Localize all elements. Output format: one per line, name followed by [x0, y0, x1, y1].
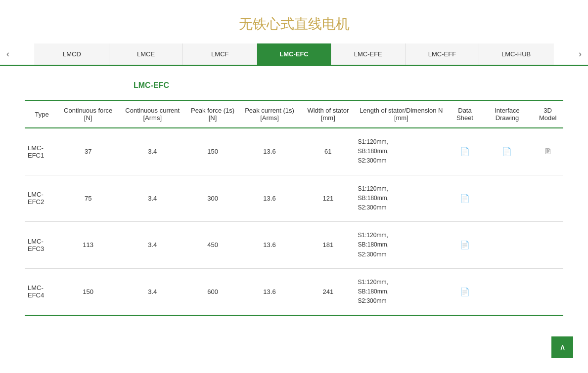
pdf-icon[interactable]: 📄 [460, 240, 470, 249]
cell-width-stator: 61 [301, 128, 355, 175]
th-peak_force: Peak force (1s) [N] [187, 100, 237, 128]
pdf-icon[interactable]: 📄 [460, 287, 470, 296]
cell-length-stator: S1:120mm, SB:180mm, S2:300mm [355, 222, 448, 269]
cell-cont-current: 3.4 [117, 222, 187, 269]
cell-3d-model [532, 222, 563, 269]
table-row: LMC-EFC41503.460013.6241S1:120mm, SB:180… [25, 268, 563, 315]
tab-item-lmc-efc[interactable]: LMC-EFC [257, 43, 331, 65]
cell-3d-model [532, 268, 563, 315]
cell-peak-current: 13.6 [238, 128, 302, 175]
th-width_stator: Width of stator [mm] [301, 100, 355, 128]
cell-peak-current: 13.6 [238, 268, 302, 315]
cell-3d-model [532, 175, 563, 222]
cell-interface-drawing[interactable]: 📄 [482, 128, 532, 175]
cell-cont-force: 113 [59, 222, 117, 269]
data-table: TypeContinuous force [N]Continuous curre… [25, 100, 563, 315]
cell-type: LMC-EFC3 [25, 222, 59, 269]
tab-bar: ‹ LMCDLMCELMCFLMC-EFCLMC-EFELMC-EFFLMC-H… [0, 43, 588, 66]
tab-prev-arrow[interactable]: ‹ [2, 44, 13, 64]
tab-item-lmc-efe[interactable]: LMC-EFE [331, 43, 406, 65]
th-cont_current: Continuous current [Arms] [117, 100, 187, 128]
cell-data-sheet[interactable]: 📄 [448, 175, 482, 222]
section-title: LMC-EFC [134, 81, 563, 90]
th-model_3d: 3D Model [532, 100, 563, 128]
cell-data-sheet[interactable]: 📄 [448, 128, 482, 175]
table-row: LMC-EFC1373.415013.661S1:120mm, SB:180mm… [25, 128, 563, 175]
cell-width-stator: 241 [301, 268, 355, 315]
cell-type: LMC-EFC4 [25, 268, 59, 315]
cell-cont-force: 150 [59, 268, 117, 315]
th-length_stator: Length of stator/Dimension N [mm] [355, 100, 448, 128]
cell-interface-drawing [482, 175, 532, 222]
th-cont_force: Continuous force [N] [59, 100, 117, 128]
cell-peak-current: 13.6 [238, 175, 302, 222]
table-row: LMC-EFC2753.430013.6121S1:120mm, SB:180m… [25, 175, 563, 222]
cell-type: LMC-EFC2 [25, 175, 59, 222]
th-type: Type [25, 100, 59, 128]
tab-item-lmce[interactable]: LMCE [109, 43, 183, 65]
cell-width-stator: 181 [301, 222, 355, 269]
table-body: LMC-EFC1373.415013.661S1:120mm, SB:180mm… [25, 128, 563, 315]
cell-width-stator: 121 [301, 175, 355, 222]
cell-length-stator: S1:120mm, SB:180mm, S2:300mm [355, 175, 448, 222]
content-area: LMC-EFC TypeContinuous force [N]Continuo… [0, 66, 588, 346]
cell-length-stator: S1:120mm, SB:180mm, S2:300mm [355, 128, 448, 175]
cell-interface-drawing [482, 268, 532, 315]
pdf-icon[interactable]: 📄 [502, 147, 512, 156]
cell-3d-model[interactable]: 🖹 [532, 128, 563, 175]
table-row: LMC-EFC31133.445013.6181S1:120mm, SB:180… [25, 222, 563, 269]
th-peak_current: Peak current (1s) [Arms] [238, 100, 302, 128]
cell-peak-force: 300 [187, 175, 237, 222]
scroll-top-button[interactable]: ∧ [551, 336, 573, 346]
cell-cont-current: 3.4 [117, 268, 187, 315]
cell-cont-current: 3.4 [117, 128, 187, 175]
cell-length-stator: S1:120mm, SB:180mm, S2:300mm [355, 268, 448, 315]
pdf-icon[interactable]: 📄 [460, 147, 470, 156]
page-title: 无铁心式直线电机 [0, 0, 588, 43]
table-bottom-line [25, 315, 563, 316]
tab-item-lmcd[interactable]: LMCD [35, 43, 109, 65]
cell-peak-force: 450 [187, 222, 237, 269]
file-icon[interactable]: 🖹 [544, 147, 552, 156]
cell-peak-force: 600 [187, 268, 237, 315]
tab-item-lmc-eff[interactable]: LMC-EFF [406, 43, 480, 65]
cell-peak-current: 13.6 [238, 222, 302, 269]
tab-next-arrow[interactable]: › [575, 44, 586, 64]
cell-cont-force: 75 [59, 175, 117, 222]
tab-item-lmcf[interactable]: LMCF [183, 43, 257, 65]
cell-data-sheet[interactable]: 📄 [448, 222, 482, 269]
cell-type: LMC-EFC1 [25, 128, 59, 175]
tab-list: LMCDLMCELMCFLMC-EFCLMC-EFELMC-EFFLMC-HUB [35, 43, 553, 65]
tab-item-lmc-hub[interactable]: LMC-HUB [479, 43, 553, 65]
th-data_sheet: Data Sheet [448, 100, 482, 128]
pdf-icon[interactable]: 📄 [460, 194, 470, 203]
th-interface_drawing: Interface Drawing [482, 100, 532, 128]
cell-cont-force: 37 [59, 128, 117, 175]
cell-peak-force: 150 [187, 128, 237, 175]
table-header: TypeContinuous force [N]Continuous curre… [25, 100, 563, 128]
cell-cont-current: 3.4 [117, 175, 187, 222]
cell-data-sheet[interactable]: 📄 [448, 268, 482, 315]
cell-interface-drawing [482, 222, 532, 269]
